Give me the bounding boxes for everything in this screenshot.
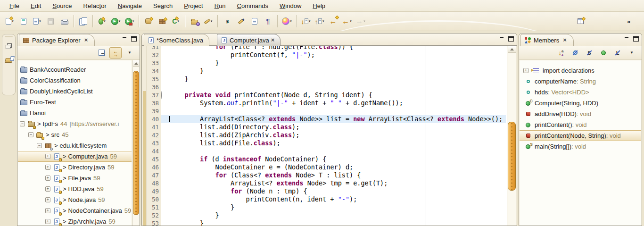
minimize-button[interactable] bbox=[624, 36, 630, 42]
tree-item-computer-java[interactable]: +J>Computer.java59 bbox=[18, 151, 132, 162]
new-package-button[interactable] bbox=[156, 15, 168, 28]
member-adddrive-hdd[interactable]: addDrive(HDD) : void bbox=[520, 109, 641, 119]
menu-item-source[interactable]: Source bbox=[47, 1, 77, 11]
maximize-button[interactable] bbox=[508, 36, 514, 42]
menu-item-project[interactable]: Project bbox=[178, 1, 208, 11]
fold-column[interactable] bbox=[161, 187, 169, 195]
new-editor-button[interactable] bbox=[17, 15, 30, 28]
expander-icon[interactable]: − bbox=[28, 132, 33, 137]
restore-views-button[interactable] bbox=[4, 41, 14, 51]
fold-collapse-icon[interactable] bbox=[161, 91, 162, 99]
web-browser-button[interactable]: ▾ bbox=[281, 15, 293, 28]
maximize-button[interactable] bbox=[131, 36, 137, 42]
expander-icon[interactable]: + bbox=[45, 154, 50, 159]
forward-button[interactable]: →▾ bbox=[354, 15, 367, 28]
fold-column[interactable] bbox=[161, 131, 169, 139]
menu-item-navigate[interactable]: Navigate bbox=[112, 1, 148, 11]
code-editor[interactable]: 31 for (File f : hdd.get(File.class)) {3… bbox=[142, 46, 516, 226]
expander-icon[interactable]: − bbox=[20, 121, 25, 126]
tree-item-ziparchiv-java[interactable]: +J>ZipArchiv.java59 bbox=[18, 216, 132, 226]
show-selected-element-button[interactable] bbox=[248, 15, 261, 28]
fold-column[interactable] bbox=[161, 46, 169, 51]
tree-item-hdd-java[interactable]: +J>HDD.java59 bbox=[18, 184, 132, 194]
tree-item-bankaccountreader[interactable]: BankAccountReader bbox=[18, 64, 132, 75]
fold-column[interactable] bbox=[161, 67, 169, 75]
open-perspective-button[interactable] bbox=[574, 15, 587, 28]
fold-column[interactable] bbox=[161, 155, 169, 163]
scrollbar-thumb[interactable] bbox=[508, 122, 516, 191]
hide-local-types-button[interactable]: L bbox=[611, 47, 624, 59]
fold-column[interactable] bbox=[161, 83, 169, 91]
fold-column[interactable] bbox=[161, 123, 169, 131]
new-java-project-button[interactable] bbox=[142, 15, 155, 28]
fold-column[interactable] bbox=[161, 59, 169, 67]
hide-static-button[interactable]: S bbox=[583, 47, 595, 59]
previous-annotation-button[interactable]: ↑▾ bbox=[313, 15, 326, 28]
scroll-up-button[interactable] bbox=[133, 60, 139, 67]
fold-column[interactable] bbox=[161, 219, 169, 226]
close-icon[interactable]: × bbox=[271, 37, 275, 43]
toolbar-overflow-button[interactable]: » bbox=[622, 15, 635, 28]
fold-column[interactable] bbox=[161, 147, 169, 155]
drag-handle[interactable] bbox=[5, 36, 13, 37]
view-menu-button[interactable]: ▼ bbox=[626, 47, 638, 59]
member-printcontent-node-string[interactable]: printContent(Node, String) : void bbox=[520, 130, 641, 141]
scroll-up-button[interactable] bbox=[508, 46, 516, 53]
search-button[interactable]: ▾ bbox=[202, 15, 215, 28]
expander-icon[interactable]: + bbox=[523, 68, 528, 73]
package-explorer-tree[interactable]: BankAccountReaderColorClassificationDoub… bbox=[18, 60, 132, 226]
link-with-editor-button[interactable]: ←→ bbox=[109, 47, 122, 59]
member-computer-string-hdd[interactable]: CComputer(String, HDD) bbox=[520, 98, 641, 109]
fold-column[interactable] bbox=[161, 51, 169, 59]
menu-item-edit[interactable]: Edit bbox=[25, 1, 47, 11]
menu-item-run[interactable]: Run bbox=[209, 1, 231, 11]
member-main-string[interactable]: Smain(String[]) : void bbox=[520, 141, 641, 152]
menu-item-commands[interactable]: Commands bbox=[231, 1, 274, 11]
member-computername[interactable]: computerName : String bbox=[520, 76, 641, 87]
fold-column[interactable] bbox=[161, 139, 169, 147]
open-file-button[interactable]: ▾ bbox=[31, 15, 43, 28]
next-annotation-button[interactable]: ↓▾ bbox=[299, 15, 312, 28]
expander-icon[interactable]: + bbox=[45, 197, 50, 202]
package-explorer-scrollbar[interactable] bbox=[132, 60, 140, 226]
close-icon[interactable]: × bbox=[84, 37, 88, 43]
show-public-button[interactable] bbox=[597, 47, 610, 59]
fold-column[interactable] bbox=[161, 99, 169, 107]
highlighter-button[interactable] bbox=[234, 15, 247, 28]
tree-item-ipdfs[interactable]: −>IpdFs44[https://svnserver.i bbox=[18, 118, 132, 129]
menu-item-help[interactable]: Help bbox=[307, 1, 331, 11]
fold-column[interactable] bbox=[161, 195, 169, 203]
build-all-button[interactable] bbox=[77, 15, 90, 28]
tree-item-edu-kit-filesystem[interactable]: −>edu.kit.filesystem bbox=[18, 140, 132, 151]
show-whitespace-button[interactable]: ¶ bbox=[262, 15, 274, 28]
tab-computer-java[interactable]: JComputer.java× bbox=[217, 34, 281, 46]
fold-column[interactable] bbox=[161, 179, 169, 187]
mark-occurrences-button[interactable]: ▲C bbox=[221, 15, 233, 28]
back-button[interactable]: ←▾ bbox=[340, 15, 353, 28]
debug-button[interactable]: ▾ bbox=[96, 15, 108, 28]
tab-someclass-java[interactable]: J*SomeClass.java bbox=[144, 34, 209, 46]
fold-column[interactable] bbox=[161, 211, 169, 219]
scrollbar-thumb[interactable] bbox=[133, 71, 139, 215]
fold-column[interactable] bbox=[161, 163, 169, 171]
member-import-declarations[interactable]: +import declarations bbox=[520, 65, 641, 76]
run-button[interactable]: ▶▾ bbox=[109, 15, 122, 28]
save-button[interactable] bbox=[44, 15, 57, 28]
tree-item-src[interactable]: −>src45 bbox=[18, 129, 132, 140]
close-icon[interactable]: × bbox=[563, 37, 567, 43]
tree-item-directory-java[interactable]: +J>Directory.java59 bbox=[18, 162, 132, 173]
menu-item-refactor[interactable]: Refactor bbox=[78, 1, 112, 11]
view-menu-button[interactable]: ▼ bbox=[124, 47, 136, 59]
tree-item-colorclassification[interactable]: ColorClassification bbox=[18, 75, 132, 86]
maximize-button[interactable] bbox=[633, 36, 639, 42]
annotation-ruler[interactable] bbox=[142, 46, 147, 226]
last-edit-location-button[interactable]: ← bbox=[327, 15, 339, 28]
members-list[interactable]: +import declarationscomputerName : Strin… bbox=[520, 60, 641, 226]
tree-item-node-java[interactable]: +J>Node.java59 bbox=[18, 194, 132, 205]
menu-item-window[interactable]: Window bbox=[274, 1, 307, 11]
minimize-button[interactable] bbox=[122, 36, 128, 42]
print-button[interactable] bbox=[58, 15, 71, 28]
fold-column[interactable] bbox=[161, 171, 169, 179]
editor-scrollbar[interactable] bbox=[507, 46, 516, 226]
fold-column[interactable] bbox=[161, 203, 169, 211]
